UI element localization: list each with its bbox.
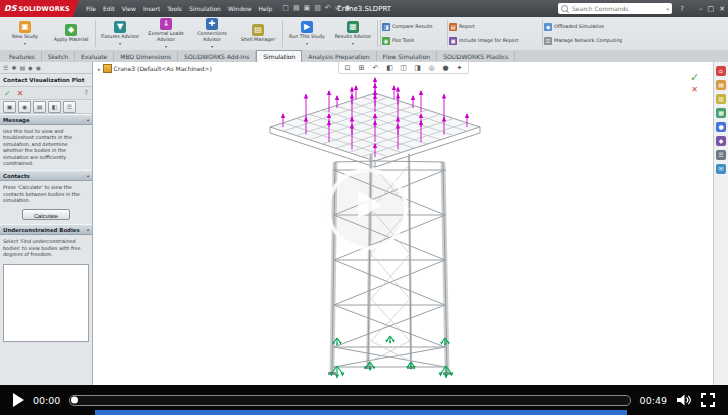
fixtures-advisor-button[interactable]: ▼Fixtures Advisor▾ — [97, 17, 143, 50]
section-view-icon[interactable]: ◧ — [383, 62, 396, 73]
offloaded-simulation-icon: ◆ — [544, 23, 552, 31]
solidworks-resources-icon[interactable]: ⌂ — [716, 66, 726, 76]
menu-simulation[interactable]: Simulation — [189, 5, 221, 12]
underconstrained-section-header[interactable]: Underconstrained Bodies ▴ — [0, 224, 92, 235]
message-section-header[interactable]: Message ▴ — [0, 114, 92, 125]
collapse-icon: ▴ — [87, 173, 89, 178]
edit-appearance-icon[interactable]: ● — [439, 62, 452, 73]
results-advisor-button[interactable]: ▦Results Advisor▾ — [330, 17, 376, 50]
pm-cancel-button[interactable]: ✕ — [17, 89, 24, 98]
display-style-icon[interactable]: ◨ — [411, 62, 424, 73]
calculate-button[interactable]: Calculate — [22, 209, 70, 220]
show-contact-faces-icon[interactable]: ▣ — [3, 101, 16, 113]
help-button[interactable]: ? — [680, 5, 684, 13]
offloaded-simulation-button[interactable]: ◆Offloaded Simulation — [544, 21, 646, 33]
menu-help[interactable]: Help — [259, 5, 273, 12]
search-dropdown-icon[interactable]: ▾ — [666, 6, 669, 12]
isolate-icon[interactable]: ◧ — [48, 101, 61, 113]
menu-insert[interactable]: Insert — [143, 5, 160, 12]
close-button[interactable]: ✕ — [719, 5, 725, 13]
view-settings-icon[interactable]: ✦ — [453, 62, 466, 73]
forum-icon[interactable]: ✉ — [716, 164, 726, 174]
report-label: Report — [459, 24, 475, 29]
hide-show-items-icon[interactable]: ◎ — [425, 62, 438, 73]
fullscreen-button[interactable] — [701, 393, 715, 407]
tab-mbd-dimensions[interactable]: MBD Dimensions — [114, 51, 178, 62]
displaymanager-tab-icon[interactable]: ◉ — [36, 64, 41, 71]
property-manager-title-row: Contact Visualization Plot — [0, 74, 92, 87]
run-this-study-button[interactable]: ▶Run This Study▾ — [284, 17, 330, 50]
undo-icon[interactable]: ↶ — [325, 5, 331, 12]
seek-bar[interactable] — [69, 395, 630, 406]
save-icon[interactable]: ▣ — [304, 5, 311, 12]
design-library-icon[interactable]: ▤ — [716, 80, 726, 90]
tab-solidworks-add-ins[interactable]: SOLIDWORKS Add-Ins — [178, 51, 256, 62]
seek-handle[interactable] — [71, 397, 78, 404]
tree-expand-icon[interactable]: ▸ — [98, 66, 101, 72]
new-study-button[interactable]: ▣New Study▾ — [2, 17, 48, 50]
maximize-button[interactable]: □ — [708, 5, 715, 13]
print-icon[interactable]: ▥ — [314, 5, 321, 12]
menu-tools[interactable]: Tools — [167, 5, 182, 12]
minimize-button[interactable]: – — [699, 5, 703, 13]
pm-help-button[interactable]: ? — [84, 89, 88, 97]
shell-manager-button[interactable]: ▤Shell Manager — [235, 17, 281, 50]
report-button[interactable]: ▤Report — [449, 21, 541, 33]
apply-material-button[interactable]: ◆Apply Material — [48, 17, 94, 50]
dropdown-arrow-icon: ▾ — [119, 41, 121, 46]
shell-manager-icon: ▤ — [252, 24, 264, 36]
brand-name: SOLIDWORKS — [18, 5, 70, 13]
contacts-section-header[interactable]: Contacts ▴ — [0, 170, 92, 181]
compare-results-button[interactable]: ◨Compare Results — [382, 21, 446, 33]
tab-evaluate[interactable]: Evaluate — [75, 51, 114, 62]
dimxpertmanager-tab-icon[interactable]: ◆ — [28, 64, 33, 71]
dropdown-arrow-icon: ▾ — [211, 44, 213, 49]
zoom-to-area-icon[interactable]: ⊞ — [355, 62, 368, 73]
previous-view-icon[interactable]: ↶ — [369, 62, 382, 73]
volume-button[interactable] — [676, 393, 692, 407]
custom-properties-icon[interactable]: ☰ — [716, 150, 726, 160]
propertymanager-tab-icon[interactable]: ✱ — [11, 64, 16, 71]
list-view-icon[interactable]: ☰ — [63, 101, 76, 113]
featuremanager-tree-tab-icon[interactable]: ☰ — [3, 64, 8, 71]
tab-simulation[interactable]: Simulation — [256, 50, 302, 62]
menu-edit[interactable]: Edit — [103, 5, 115, 12]
menu-window[interactable]: Window — [228, 5, 252, 12]
show-mesh-icon[interactable]: ▤ — [33, 101, 46, 113]
scenes-icon[interactable]: ◆ — [716, 136, 726, 146]
menu-file[interactable]: File — [86, 5, 96, 12]
underconstrained-bodies-list[interactable] — [3, 264, 89, 342]
message-header-label: Message — [3, 117, 30, 123]
plot-tools-button[interactable]: ◉Plot Tools — [382, 35, 446, 47]
manage-network-computing-button[interactable]: ☰Manage Network Computing — [544, 35, 646, 47]
shell-manager-label: Shell Manager — [236, 37, 281, 43]
show-contact-symbols-icon[interactable]: ◉ — [18, 101, 31, 113]
video-player-frame: DS SOLIDWORKS FileEditViewInsertToolsSim… — [0, 0, 728, 415]
tab-sketch[interactable]: Sketch — [42, 51, 75, 62]
connections-advisor-button[interactable]: ✚Connections Advisor▾ — [189, 17, 235, 50]
include-image-for-report-label: Include Image for Report — [459, 38, 519, 43]
view-palette-icon[interactable]: ▦ — [716, 108, 726, 118]
view-orientation-icon[interactable]: ◫ — [397, 62, 410, 73]
search-box[interactable]: ▾ — [558, 3, 672, 14]
external-loads-advisor-button[interactable]: ⇓External Loads Advisor▾ — [143, 17, 189, 50]
search-input[interactable] — [570, 4, 666, 13]
confirm-cancel-icon[interactable]: ✕ — [691, 86, 698, 94]
menu-view[interactable]: View — [122, 5, 136, 12]
confirm-ok-icon[interactable]: ✓ — [690, 72, 699, 83]
brand-prefix: DS — [4, 4, 16, 13]
feature-tree-header[interactable]: ▸ Crane3 (Default<As Machined>) — [98, 64, 212, 73]
file-explorer-icon[interactable]: ▥ — [716, 94, 726, 104]
command-manager-ribbon: ▣New Study▾◆Apply Material▼Fixtures Advi… — [0, 17, 728, 51]
property-manager-panel: ☰✱▤◆◉ Contact Visualization Plot ✓ ✕ ? ▣… — [0, 62, 93, 385]
appearances-icon[interactable]: ● — [716, 122, 726, 132]
include-image-for-report-button[interactable]: ▣Include Image for Report — [449, 35, 541, 47]
open-document-icon[interactable]: ▤ — [293, 5, 300, 12]
tab-features[interactable]: Features — [3, 51, 42, 62]
play-button[interactable] — [13, 393, 24, 407]
pm-ok-button[interactable]: ✓ — [4, 89, 11, 98]
configurationmanager-tab-icon[interactable]: ▤ — [19, 64, 25, 71]
new-document-icon[interactable]: □ — [282, 5, 289, 12]
zoom-to-fit-icon[interactable]: ⊡ — [341, 62, 354, 73]
play-overlay-button[interactable] — [326, 168, 408, 250]
